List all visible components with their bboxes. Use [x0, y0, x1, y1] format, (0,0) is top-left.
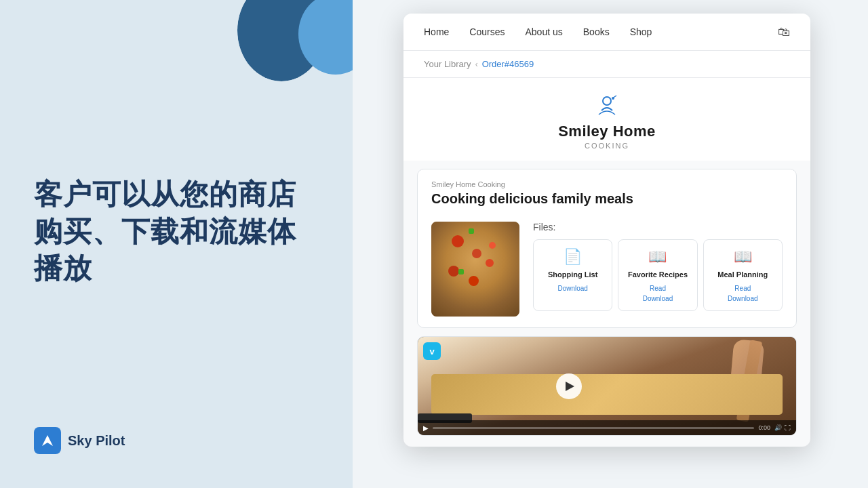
brand-header: Smiley Home COOKING [403, 78, 810, 161]
product-body: Files: 📄 Shopping List Download 📖 Favori… [418, 222, 796, 327]
brand-icon [593, 92, 620, 119]
pizza-topping-3 [448, 266, 459, 277]
files-label: Files: [533, 222, 783, 232]
nav-shop[interactable]: Shop [630, 26, 652, 37]
video-play-button[interactable] [556, 373, 582, 399]
pizza-topping-6 [469, 276, 479, 286]
hero-heading: 客户可以从您的商店 购买、下载和流媒体 播放 [34, 176, 296, 287]
file-card-shopping-list: 📄 Shopping List Download [533, 239, 612, 311]
breadcrumb-order[interactable]: Order#46569 [482, 59, 534, 69]
decorative-circles [237, 0, 353, 88]
product-header: Smiley Home Cooking Cooking delicious fa… [418, 169, 796, 222]
browser-window: Home Courses About us Books Shop 🛍 Your … [403, 14, 810, 447]
breadcrumb: Your Library ‹ Order#46569 [403, 51, 810, 78]
pizza-topping-2 [472, 249, 481, 258]
product-title: Cooking delicious family meals [431, 191, 783, 207]
nav-about-us[interactable]: About us [526, 26, 563, 37]
play-ctrl-icon[interactable]: ▶ [423, 424, 429, 432]
svg-point-1 [603, 97, 611, 105]
video-container[interactable]: v ▶ 0:00 🔊 ⛶ [418, 337, 796, 435]
file-book-icon-2: 📖 [648, 248, 667, 266]
video-icons-right: 🔊 ⛶ [774, 424, 791, 431]
volume-icon[interactable]: 🔊 [774, 424, 782, 431]
nav-courses[interactable]: Courses [469, 26, 505, 37]
file-name-1: Shopping List [548, 270, 597, 279]
skypilot-icon-svg [39, 432, 56, 449]
video-card: v ▶ 0:00 🔊 ⛶ [417, 336, 797, 436]
nav-books[interactable]: Books [583, 26, 610, 37]
breadcrumb-library[interactable]: Your Library [424, 59, 471, 69]
file-action-read-download-3[interactable]: ReadDownload [728, 283, 757, 304]
pizza-pepper-2 [458, 269, 464, 274]
product-card: Smiley Home Cooking Cooking delicious fa… [417, 169, 797, 328]
video-controls: ▶ 0:00 🔊 ⛶ [418, 420, 796, 435]
pizza-illustration [431, 222, 519, 317]
fullscreen-icon[interactable]: ⛶ [785, 424, 791, 431]
product-source: Smiley Home Cooking [431, 180, 783, 188]
file-name-2: Favorite Recipes [628, 270, 688, 279]
files-section: Files: 📄 Shopping List Download 📖 Favori… [533, 222, 783, 311]
nav-bar: Home Courses About us Books Shop 🛍 [403, 14, 810, 51]
cooking-food [431, 374, 783, 415]
breadcrumb-chevron-icon: ‹ [475, 60, 478, 69]
file-card-meal-planning: 📖 Meal Planning ReadDownload [703, 239, 783, 311]
svg-marker-0 [42, 435, 53, 446]
pizza-topping-4 [486, 259, 494, 267]
brand-name: Smiley Home [558, 123, 656, 140]
video-time: 0:00 [758, 424, 770, 431]
product-image [431, 222, 519, 317]
files-grid: 📄 Shopping List Download 📖 Favorite Reci… [533, 239, 783, 311]
video-progress-bar[interactable] [433, 427, 754, 429]
file-action-read-download-2[interactable]: ReadDownload [643, 283, 673, 304]
pizza-topping-5 [489, 242, 496, 249]
pizza-topping-1 [452, 235, 464, 247]
file-action-download-1[interactable]: Download [557, 283, 587, 293]
right-panel: Home Courses About us Books Shop 🛍 Your … [353, 0, 868, 488]
left-panel: 客户可以从您的商店 购买、下载和流媒体 播放 Sky Pilot [0, 0, 353, 488]
cart-icon[interactable]: 🛍 [778, 25, 790, 39]
vimeo-badge: v [423, 342, 441, 360]
skypilot-logo: Sky Pilot [34, 427, 125, 454]
skypilot-icon [34, 427, 61, 454]
skypilot-label: Sky Pilot [68, 433, 125, 449]
file-doc-icon-1: 📄 [564, 248, 582, 266]
file-book-icon-3: 📖 [734, 248, 752, 266]
nav-home[interactable]: Home [424, 26, 449, 37]
pizza-pepper-1 [469, 228, 474, 234]
play-triangle-icon [566, 382, 574, 391]
file-card-favorite-recipes: 📖 Favorite Recipes ReadDownload [618, 239, 697, 311]
hero-text: 客户可以从您的商店 购买、下载和流媒体 播放 [34, 176, 296, 287]
brand-sub: COOKING [585, 142, 629, 150]
file-name-3: Meal Planning [717, 270, 768, 279]
